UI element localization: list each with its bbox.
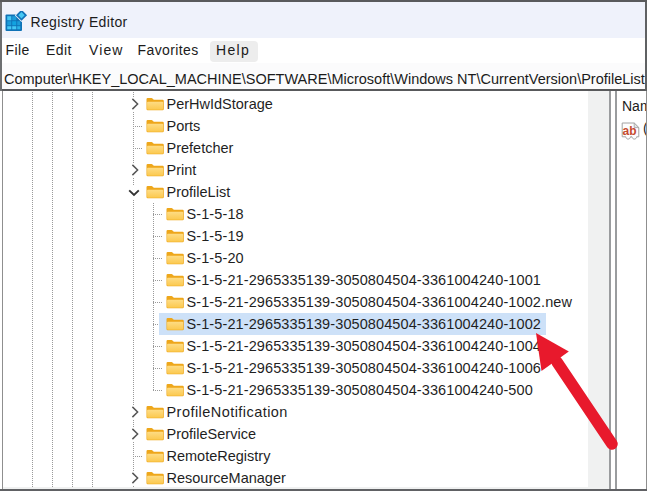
svg-text:ab: ab [623,124,637,138]
